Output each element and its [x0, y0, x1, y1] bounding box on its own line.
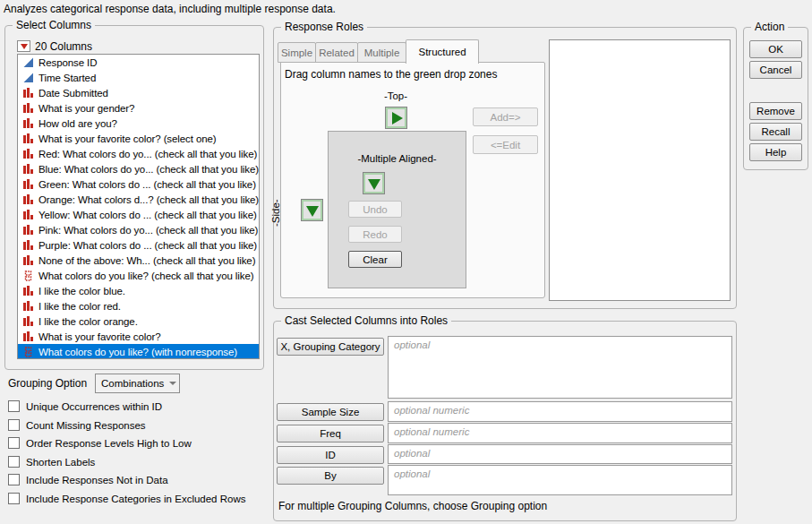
column-item[interactable]: Response ID [18, 55, 259, 70]
column-item[interactable]: Green: What colors do ... (check all tha… [18, 176, 259, 192]
column-item[interactable]: What is your gender? [18, 100, 259, 116]
cast-role-button-id[interactable]: ID [277, 446, 384, 464]
top-drop-zone-button[interactable] [385, 107, 407, 129]
green-right-triangle-icon [392, 112, 403, 125]
column-item[interactable]: Time Started [18, 70, 259, 85]
checkbox-row[interactable]: Include Response Categories in Excluded … [8, 492, 245, 505]
column-item[interactable]: I like the color red. [18, 298, 259, 314]
nominal-icon [21, 103, 35, 114]
redo-button[interactable]: Redo [348, 226, 402, 243]
ok-button[interactable]: OK [749, 40, 802, 58]
aligned-drop-zone-button[interactable] [363, 172, 385, 194]
column-item-label: Green: What colors do ... (check all tha… [38, 179, 256, 190]
tab-related[interactable]: Related [315, 42, 358, 63]
column-item[interactable]: How old are you? [18, 116, 259, 131]
cast-role-field[interactable]: optional numeric [388, 423, 732, 443]
nominal-icon [21, 210, 35, 220]
placeholder-text: optional numeric [394, 426, 469, 437]
checkbox-label: Count Missing Responses [26, 420, 146, 431]
tab-simple[interactable]: Simple [278, 42, 316, 63]
column-item-label: Blue: What colors do yo... (check all th… [38, 164, 259, 175]
undo-button[interactable]: Undo [348, 201, 402, 218]
action-title: Action [751, 21, 788, 33]
column-item-label: What is your favorite color? [38, 331, 161, 342]
column-item-label: I like the color blue. [38, 286, 125, 296]
column-item[interactable]: What is your favorite color? (select one… [18, 131, 259, 146]
edit-button[interactable]: <=Edit [473, 135, 538, 154]
cast-role-button-sample-size[interactable]: Sample Size [277, 403, 384, 421]
nominal-icon [21, 255, 35, 266]
checkbox[interactable] [8, 493, 20, 504]
column-item-label: None of the above: Wh... (check all that… [38, 255, 255, 266]
checkbox[interactable] [8, 456, 20, 468]
clear-button[interactable]: Clear [348, 251, 402, 268]
checkbox-label: Shorten Labels [26, 457, 95, 468]
checkbox[interactable] [8, 474, 20, 485]
column-item-label: What is your favorite color? (select one… [38, 133, 217, 144]
column-item-label: What colors do you like? (with nonrespon… [38, 347, 237, 357]
column-item[interactable]: What is your favorite color? [18, 329, 259, 344]
checkbox-row[interactable]: Count Missing Responses [8, 418, 146, 432]
nominal-icon [21, 240, 35, 251]
nominal-icon [21, 179, 35, 190]
cast-role-field[interactable]: optional [388, 465, 732, 495]
remove-button[interactable]: Remove [749, 102, 802, 120]
column-listbox[interactable]: Response IDTime StartedDate SubmittedWha… [17, 54, 260, 359]
side-drop-zone-button[interactable] [301, 199, 323, 221]
tab-multiple[interactable]: Multiple [357, 42, 406, 63]
column-item-label: Red: What colors do yo... (check all tha… [38, 149, 257, 159]
column-item[interactable]: What colors do you like? (with nonrespon… [18, 344, 259, 359]
checkbox-label: Order Response Levels High to Low [26, 438, 192, 449]
cast-role-field[interactable]: optional numeric [388, 401, 732, 422]
column-item-label: Time Started [38, 73, 96, 83]
column-item[interactable]: Date Submitted [18, 85, 259, 100]
nominal-icon [21, 194, 35, 205]
nominal-icon [21, 331, 35, 342]
nominal-icon [21, 133, 35, 144]
checkbox-row[interactable]: Order Response Levels High to Low [8, 436, 192, 450]
nominal-icon [21, 118, 35, 129]
help-button[interactable]: Help [749, 143, 802, 161]
cast-role-field[interactable]: optional [388, 444, 732, 464]
checkbox[interactable] [8, 419, 20, 431]
checkbox-label: Include Responses Not in Data [26, 475, 168, 485]
grouping-option-dropdown[interactable]: Combinations [95, 374, 180, 393]
continuous-icon [21, 57, 35, 68]
column-item-label: Purple: What colors do ... (check all th… [38, 240, 257, 251]
nominal-icon [21, 286, 35, 296]
cast-role-button-x-grouping-category[interactable]: X, Grouping Category [277, 338, 384, 356]
column-item[interactable]: Blue: What colors do yo... (check all th… [18, 161, 259, 176]
continuous-icon [21, 73, 35, 83]
column-item[interactable]: Red: What colors do yo... (check all tha… [18, 146, 259, 161]
checkbox-row[interactable]: Include Responses Not in Data [8, 473, 168, 486]
column-item[interactable]: What colors do you like? (check all that… [18, 268, 259, 283]
chevron-down-icon [169, 382, 176, 385]
dialog-description: Analyzes categorical response data, incl… [4, 3, 336, 15]
column-item[interactable]: Purple: What colors do ... (check all th… [18, 237, 259, 253]
placeholder-text: optional [394, 448, 430, 459]
checkbox-row[interactable]: Unique Occurrences within ID [8, 399, 162, 413]
column-item-label: What colors do you like? (check all that… [38, 271, 253, 281]
cancel-button[interactable]: Cancel [749, 61, 802, 79]
cast-role-button-by[interactable]: By [277, 467, 384, 485]
add-button[interactable]: Add=> [473, 107, 538, 126]
cast-role-button-freq[interactable]: Freq [277, 425, 384, 442]
structured-response-listbox[interactable] [549, 39, 731, 301]
column-item[interactable]: I like the color orange. [18, 314, 259, 329]
column-item[interactable]: Yellow: What colors do ... (check all th… [18, 207, 259, 222]
placeholder-text: optional numeric [394, 405, 469, 416]
checkbox[interactable] [8, 400, 20, 412]
top-zone-label: -Top- [364, 90, 427, 101]
recall-button[interactable]: Recall [749, 123, 802, 141]
column-item[interactable]: Orange: What colors d...? (check all tha… [18, 192, 259, 207]
column-item[interactable]: I like the color blue. [18, 283, 259, 298]
checkbox[interactable] [8, 437, 20, 449]
cast-role-field[interactable]: optional [388, 336, 732, 399]
column-item[interactable]: Pink: What colors do yo... (check all th… [18, 222, 259, 237]
columns-menu-button[interactable] [17, 40, 30, 52]
nominal-icon [21, 164, 35, 175]
tab-structured[interactable]: Structured [406, 39, 479, 64]
checkbox-row[interactable]: Shorten Labels [8, 455, 95, 468]
column-item-label: I like the color red. [38, 301, 121, 312]
column-item[interactable]: None of the above: Wh... (check all that… [18, 253, 259, 268]
